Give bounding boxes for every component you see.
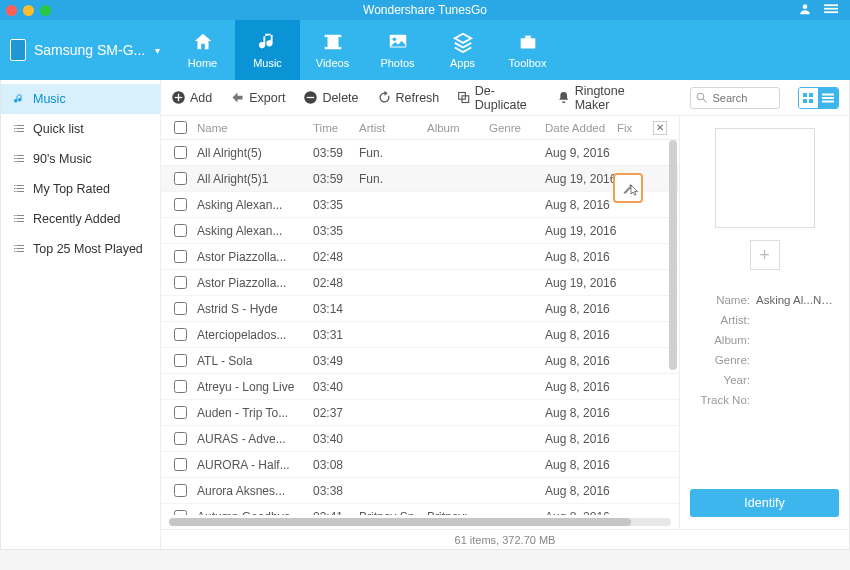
svg-rect-19 (17, 161, 25, 162)
search-icon (695, 91, 708, 104)
nav-apps[interactable]: Apps (430, 20, 495, 80)
sidebar-item-quick-list[interactable]: Quick list (1, 114, 160, 144)
nav-photos[interactable]: Photos (365, 20, 430, 80)
svg-rect-21 (17, 185, 25, 186)
cell-time: 03:08 (313, 458, 359, 472)
list-view-button[interactable] (818, 88, 838, 108)
table-row[interactable]: AURORA - Half...03:08Aug 8, 2016 (161, 452, 679, 478)
photos-icon (386, 31, 410, 53)
row-checkbox[interactable] (174, 302, 187, 315)
svg-rect-9 (17, 125, 25, 126)
add-button[interactable]: Add (171, 90, 212, 105)
table-row[interactable]: Astrid S - Hyde03:14Aug 8, 2016 (161, 296, 679, 322)
nav-home[interactable]: Home (170, 20, 235, 80)
cell-name: AURAS - Adve... (195, 432, 313, 446)
col-artist[interactable]: Artist (359, 122, 427, 134)
playlist-icon (13, 153, 25, 165)
table-row[interactable]: Astor Piazzolla...02:48Aug 8, 2016 (161, 244, 679, 270)
svg-rect-15 (17, 155, 25, 156)
detail-trackno-label: Track No: (690, 394, 750, 406)
fix-button[interactable] (613, 173, 643, 203)
table-row[interactable]: Astor Piazzolla...02:48Aug 19, 2016 (161, 270, 679, 296)
view-toggle (798, 87, 840, 109)
table-row[interactable]: All Alright(5)03:59Fun.Aug 9, 2016 (161, 140, 679, 166)
svg-rect-31 (17, 221, 25, 222)
deduplicate-button[interactable]: De-Duplicate (457, 84, 539, 112)
phone-icon (10, 39, 26, 61)
cell-artist: Fun. (359, 146, 427, 160)
cell-time: 03:35 (313, 198, 359, 212)
identify-button[interactable]: Identify (690, 489, 839, 517)
table-row[interactable]: Asking Alexan...03:35Aug 8, 2016 (161, 192, 679, 218)
svg-rect-23 (17, 188, 25, 189)
cell-name: Astrid S - Hyde (195, 302, 313, 316)
select-all-checkbox[interactable] (174, 121, 187, 134)
table-row[interactable]: ATL - Sola03:49Aug 8, 2016 (161, 348, 679, 374)
detail-year-label: Year: (690, 374, 750, 386)
row-checkbox[interactable] (174, 510, 187, 515)
table-row[interactable]: Aterciopelados...03:31Aug 8, 2016 (161, 322, 679, 348)
cell-time: 02:48 (313, 276, 359, 290)
sidebar-item-90-s-music[interactable]: 90's Music (1, 144, 160, 174)
row-checkbox[interactable] (174, 432, 187, 445)
playlist-icon (13, 123, 25, 135)
table-row[interactable]: Auden - Trip To...02:37Aug 8, 2016 (161, 400, 679, 426)
cell-name: Aurora Aksnes... (195, 484, 313, 498)
nav-videos[interactable]: Videos (300, 20, 365, 80)
col-time[interactable]: Time (313, 122, 359, 134)
cell-date: Aug 8, 2016 (545, 406, 617, 420)
scrollbar-horizontal[interactable] (169, 517, 671, 527)
cell-name: Atreyu - Long Live (195, 380, 313, 394)
cell-date: Aug 8, 2016 (545, 198, 617, 212)
videos-icon (321, 31, 345, 53)
table-row[interactable]: Asking Alexan...03:35Aug 19, 2016 (161, 218, 679, 244)
detail-genre-label: Genre: (690, 354, 750, 366)
row-checkbox[interactable] (174, 172, 187, 185)
sidebar-item-my-top-rated[interactable]: My Top Rated (1, 174, 160, 204)
delete-button[interactable]: Delete (303, 90, 358, 105)
cell-date: Aug 19, 2016 (545, 172, 617, 186)
grid-view-button[interactable] (799, 88, 819, 108)
detail-artist-label: Artist: (690, 314, 750, 326)
sidebar-item-music[interactable]: Music (1, 84, 160, 114)
row-checkbox[interactable] (174, 198, 187, 211)
nav-music[interactable]: Music (235, 20, 300, 80)
row-checkbox[interactable] (174, 224, 187, 237)
row-checkbox[interactable] (174, 484, 187, 497)
sidebar-item-recently-added[interactable]: Recently Added (1, 204, 160, 234)
table-row[interactable]: AURAS - Adve...03:40Aug 8, 2016 (161, 426, 679, 452)
col-genre[interactable]: Genre (489, 122, 545, 134)
col-name[interactable]: Name (195, 122, 313, 134)
row-checkbox[interactable] (174, 146, 187, 159)
col-date[interactable]: Date Added (545, 122, 617, 134)
col-fix[interactable]: Fix (617, 122, 647, 134)
row-checkbox[interactable] (174, 380, 187, 393)
row-checkbox[interactable] (174, 354, 187, 367)
row-checkbox[interactable] (174, 328, 187, 341)
sidebar-item-top-25-most-played[interactable]: Top 25 Most Played (1, 234, 160, 264)
col-album[interactable]: Album (427, 122, 489, 134)
scrollbar-vertical[interactable] (669, 140, 677, 370)
row-checkbox[interactable] (174, 276, 187, 289)
app-title: Wondershare TunesGo (0, 3, 850, 17)
svg-rect-20 (14, 185, 16, 186)
ringtone-button[interactable]: Ringtone Maker (557, 84, 653, 112)
table-row[interactable]: Autumn Goodbye03:41Britney Spe...Britney… (161, 504, 679, 515)
export-button[interactable]: Export (230, 90, 285, 105)
device-selector[interactable]: Samsung SM-G... ▾ (0, 20, 170, 80)
row-checkbox[interactable] (174, 250, 187, 263)
table-row[interactable]: All Alright(5)103:59Fun.Aug 19, 2016 (161, 166, 679, 192)
table-row[interactable]: Atreyu - Long Live03:40Aug 8, 2016 (161, 374, 679, 400)
svg-rect-18 (14, 161, 16, 162)
nav-toolbox[interactable]: Toolbox (495, 20, 560, 80)
svg-rect-7 (525, 36, 531, 39)
row-checkbox[interactable] (174, 406, 187, 419)
cell-time: 02:37 (313, 406, 359, 420)
cell-time: 02:48 (313, 250, 359, 264)
detail-name-label: Name: (690, 294, 750, 306)
refresh-button[interactable]: Refresh (377, 90, 440, 105)
table-row[interactable]: Aurora Aksnes...03:38Aug 8, 2016 (161, 478, 679, 504)
add-art-button[interactable]: + (750, 240, 780, 270)
close-column-button[interactable]: ✕ (653, 121, 667, 135)
row-checkbox[interactable] (174, 458, 187, 471)
